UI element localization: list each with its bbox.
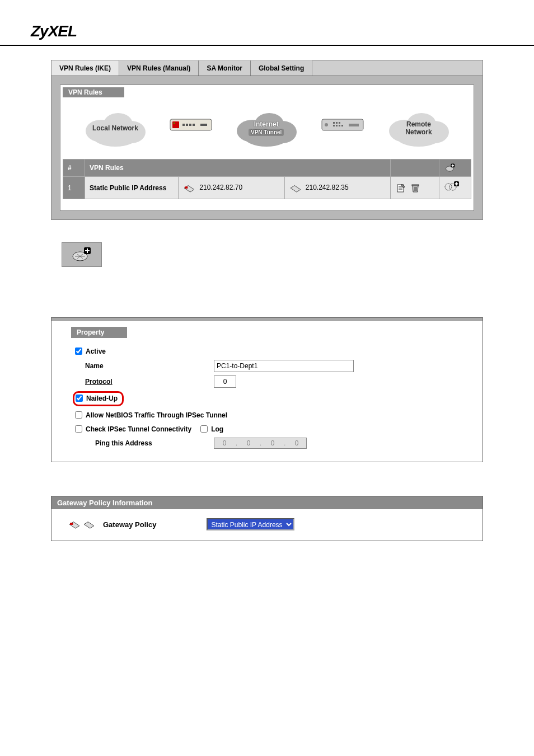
- tab-global-setting[interactable]: Global Setting: [251, 60, 312, 76]
- remote-gateway-device: Remote Gateway: [320, 115, 366, 142]
- gateway-policy-label: Gateway Policy: [103, 520, 156, 529]
- tabs: VPN Rules (IKE) VPN Rules (Manual) SA Mo…: [51, 60, 483, 76]
- svg-rect-24: [341, 125, 343, 126]
- gateway-policy-header: Gateway Policy Information: [51, 496, 483, 509]
- vpn-rules-inner: VPN Rules Local Network: [60, 84, 474, 211]
- gateway-policy-select[interactable]: Static Public IP Address: [207, 518, 294, 530]
- row-number: 1: [63, 177, 85, 199]
- col-header-num: #: [63, 159, 85, 177]
- svg-rect-9: [189, 124, 191, 126]
- router-icon: [321, 115, 364, 134]
- svg-rect-22: [336, 125, 338, 126]
- svg-rect-20: [339, 122, 340, 124]
- add-record-icon[interactable]: [72, 247, 92, 262]
- lan-icon: [289, 184, 302, 192]
- my-zywall-device: My ZyWALL: [169, 115, 213, 142]
- row-ip-a: 210.242.82.70: [179, 177, 285, 199]
- svg-rect-11: [200, 124, 207, 126]
- row-add-sub: [439, 177, 471, 199]
- internet-label: Internet VPN Tunnel: [249, 120, 284, 136]
- vpn-diagram: Local Network My ZyWALL: [60, 103, 474, 153]
- check-ipsec-label: Check IPSec Tunnel Connectivity: [86, 425, 191, 433]
- remote-gateway-label: Remote Gateway: [320, 136, 366, 142]
- gateway-policy-panel: Gateway Policy Information Gateway Polic…: [51, 496, 483, 541]
- svg-rect-10: [193, 124, 195, 126]
- svg-point-17: [325, 123, 328, 126]
- svg-rect-21: [333, 125, 335, 126]
- protocol-label: Protocol: [85, 378, 214, 386]
- svg-rect-18: [333, 122, 335, 124]
- check-ipsec-checkbox[interactable]: [75, 425, 82, 433]
- active-label: Active: [86, 348, 106, 355]
- name-label: Name: [85, 362, 214, 370]
- local-network-cloud: Local Network: [82, 109, 149, 148]
- router-icon: [169, 115, 213, 134]
- ip-seg-4: [288, 438, 306, 448]
- svg-rect-25: [349, 124, 359, 126]
- svg-rect-23: [339, 125, 340, 126]
- lan-icon: [68, 520, 81, 529]
- protocol-input[interactable]: [214, 375, 236, 388]
- remote-network-label: Remote Network: [405, 120, 432, 136]
- lan-icon: [83, 520, 95, 529]
- ping-address-label: Ping this Address: [85, 439, 214, 447]
- add-icon-callout: [62, 242, 102, 267]
- vpn-rules-panel: VPN Rules (IKE) VPN Rules (Manual) SA Mo…: [51, 60, 483, 220]
- ip-seg-3: [264, 438, 282, 448]
- col-header-add: [439, 159, 471, 177]
- svg-rect-46: [70, 523, 73, 525]
- vpn-rules-table: # VPN Rules 1 Static Public IP Address: [63, 159, 471, 199]
- allow-netbios-checkbox[interactable]: [75, 411, 82, 419]
- logo: ZyXEL: [31, 22, 77, 40]
- add-link-icon[interactable]: [444, 180, 460, 194]
- ip-seg-1: [216, 438, 233, 448]
- tab-vpn-manual[interactable]: VPN Rules (Manual): [119, 60, 199, 76]
- svg-rect-34: [185, 186, 188, 189]
- ip-seg-2: [240, 438, 257, 448]
- add-record-icon[interactable]: [445, 163, 455, 173]
- lan-icon: [183, 184, 195, 192]
- svg-rect-7: [182, 124, 185, 126]
- internet-cloud: Internet VPN Tunnel: [233, 109, 300, 148]
- svg-rect-36: [412, 185, 419, 186]
- nailed-up-label: Nailed-Up: [86, 395, 118, 402]
- remote-network-cloud: Remote Network: [385, 109, 452, 148]
- edit-icon[interactable]: [396, 183, 406, 193]
- ping-ip-input: . . .: [214, 438, 307, 449]
- col-header-rules: VPN Rules: [85, 159, 391, 177]
- log-checkbox[interactable]: [200, 425, 208, 433]
- row-ip-b: 210.242.82.35: [284, 177, 391, 199]
- property-panel: Property Active Name Protocol Nailed-Up …: [51, 317, 483, 462]
- svg-rect-41: [455, 184, 458, 185]
- log-label: Log: [211, 425, 223, 433]
- property-header: Property: [71, 327, 127, 338]
- row-rule-name: Static Public IP Address: [85, 177, 179, 199]
- col-header-actions: [391, 159, 439, 177]
- svg-point-6: [174, 123, 175, 124]
- nailed-up-highlight: Nailed-Up: [73, 391, 124, 406]
- svg-rect-19: [336, 122, 338, 124]
- name-input[interactable]: [214, 360, 354, 372]
- allow-netbios-label: Allow NetBIOS Traffic Through IPSec Tunn…: [86, 411, 227, 419]
- row-actions: [391, 177, 439, 199]
- local-network-label: Local Network: [92, 124, 138, 132]
- svg-rect-33: [452, 165, 455, 166]
- my-zywall-label: My ZyWALL: [175, 136, 207, 142]
- tab-sa-monitor[interactable]: SA Monitor: [199, 60, 251, 76]
- delete-icon[interactable]: [410, 183, 420, 193]
- table-row: 1 Static Public IP Address 210.242.82.70…: [63, 177, 471, 199]
- tab-vpn-ike[interactable]: VPN Rules (IKE): [51, 60, 119, 76]
- svg-rect-5: [172, 121, 179, 128]
- svg-rect-8: [186, 124, 188, 126]
- svg-rect-45: [85, 250, 90, 251]
- vpn-rules-title: VPN Rules: [63, 87, 124, 97]
- nailed-up-checkbox[interactable]: [76, 395, 83, 402]
- active-checkbox[interactable]: [75, 348, 82, 355]
